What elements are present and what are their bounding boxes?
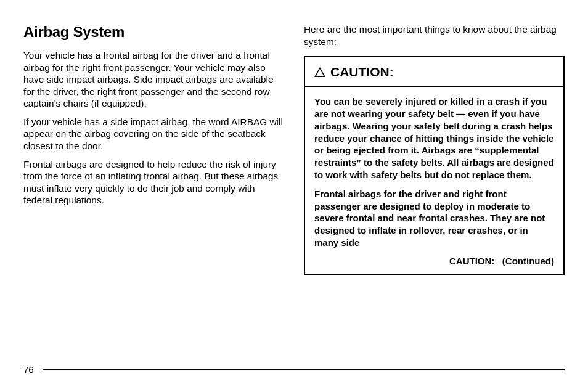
caution-box: CAUTION: You can be severely injured or … bbox=[304, 56, 565, 275]
page-footer: 76 bbox=[23, 364, 565, 375]
intro-paragraph: Here are the most important things to kn… bbox=[304, 23, 565, 47]
section-title: Airbag System bbox=[23, 23, 284, 41]
body-paragraph: Frontal airbags are designed to help red… bbox=[23, 158, 284, 206]
caution-body: You can be severely injured or killed in… bbox=[305, 87, 563, 274]
right-column: Here are the most important things to kn… bbox=[304, 23, 565, 356]
body-paragraph: If your vehicle has a side impact airbag… bbox=[23, 116, 284, 152]
caution-continued: CAUTION: (Continued) bbox=[314, 256, 554, 266]
body-paragraph: Your vehicle has a frontal airbag for th… bbox=[23, 49, 284, 110]
caution-header: CAUTION: bbox=[305, 57, 563, 87]
caution-paragraph: Frontal airbags for the driver and right… bbox=[314, 188, 554, 249]
warning-triangle-icon bbox=[314, 67, 325, 77]
page-content: Airbag System Your vehicle has a frontal… bbox=[23, 23, 565, 356]
left-column: Airbag System Your vehicle has a frontal… bbox=[23, 23, 284, 356]
caution-title: CAUTION: bbox=[330, 65, 394, 80]
caution-paragraph: You can be severely injured or killed in… bbox=[314, 96, 554, 181]
footer-divider bbox=[43, 369, 565, 370]
page-number: 76 bbox=[23, 364, 34, 375]
